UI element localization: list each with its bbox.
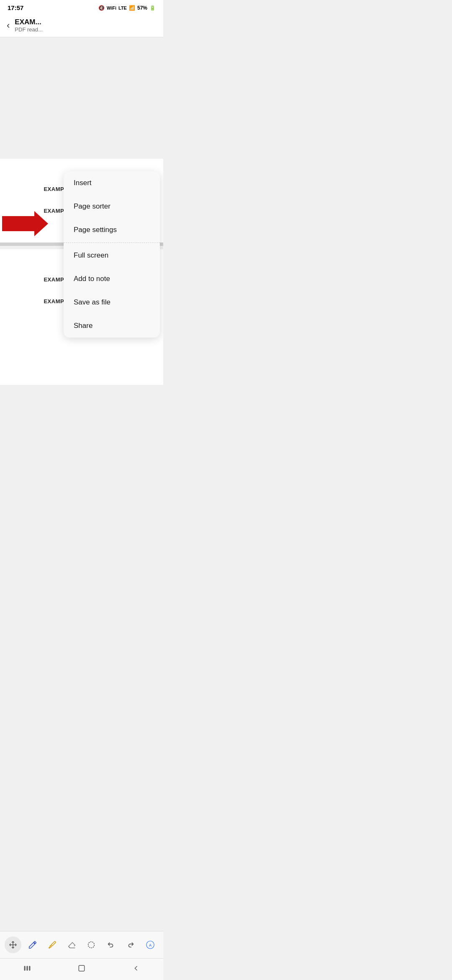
signal-icon: 📶: [129, 5, 135, 11]
document-title: EXAM...: [15, 18, 42, 26]
header-info: EXAM... PDF read...: [15, 18, 42, 33]
mute-icon: 🔇: [98, 5, 105, 11]
menu-item-add-to-note[interactable]: Add to note: [64, 267, 160, 291]
battery-percent: 57%: [137, 5, 147, 11]
menu-item-page-sorter[interactable]: Page sorter: [64, 195, 160, 218]
document-subtitle: PDF read...: [15, 26, 42, 33]
back-button[interactable]: ‹: [7, 20, 10, 31]
status-bar: 17:57 🔇 WiFi LTE 📶 57% 🔋: [0, 0, 163, 14]
wifi-icon: WiFi: [107, 5, 116, 10]
battery-icon: 🔋: [149, 5, 156, 11]
status-time: 17:57: [8, 4, 23, 11]
status-icons: 🔇 WiFi LTE 📶 57% 🔋: [98, 5, 156, 11]
app-header: ‹ EXAM... PDF read...: [0, 14, 163, 37]
document-area: Insert Page sorter Page settings Full sc…: [0, 159, 163, 410]
menu-item-save-as-file[interactable]: Save as file: [64, 291, 160, 314]
menu-item-full-screen[interactable]: Full screen: [64, 244, 160, 267]
menu-item-insert[interactable]: Insert: [64, 171, 160, 195]
menu-item-page-settings[interactable]: Page settings: [64, 218, 160, 242]
menu-item-share[interactable]: Share: [64, 314, 160, 338]
menu-divider: [64, 242, 160, 243]
context-menu: Insert Page sorter Page settings Full sc…: [64, 171, 160, 338]
lte-icon: LTE: [118, 5, 127, 10]
